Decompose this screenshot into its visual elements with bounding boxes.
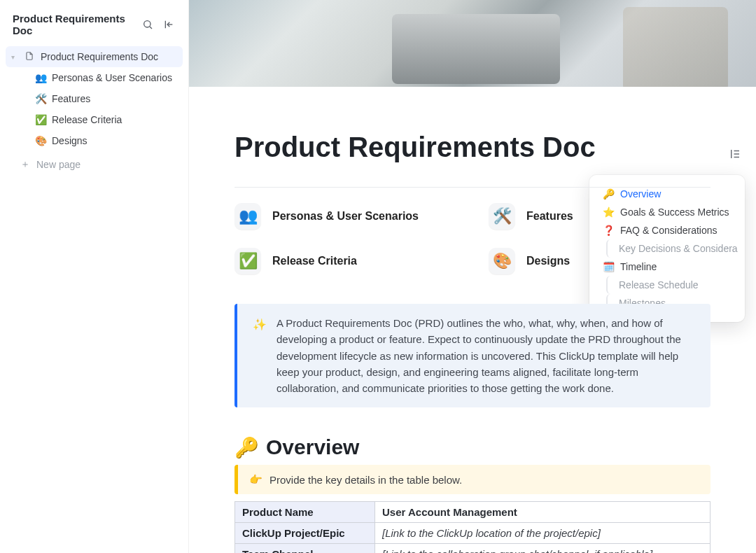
tree-item-release-criteria[interactable]: ✅ Release Criteria xyxy=(6,109,183,130)
tree-item-label: Designs xyxy=(52,135,88,146)
table-key[interactable]: Team Channel xyxy=(235,544,375,553)
tree-item-label: Personas & User Scenarios xyxy=(52,72,172,83)
subpage-cards: 👥 Personas & User Scenarios 🛠️ Features … xyxy=(234,203,710,274)
document-body: Product Requirements Doc 👥 Personas & Us… xyxy=(220,87,724,553)
section-heading-overview[interactable]: 🔑 Overview xyxy=(234,435,710,459)
personas-icon: 👥 xyxy=(234,203,261,230)
collapse-sidebar-icon[interactable] xyxy=(160,16,177,33)
table-row: ClickUp Project/Epic [Link to the ClickU… xyxy=(235,523,710,544)
card-release-criteria[interactable]: ✅ Release Criteria xyxy=(234,248,456,274)
card-label: Designs xyxy=(526,255,570,267)
designs-icon: 🎨 xyxy=(489,248,515,274)
new-page-label: New page xyxy=(36,159,80,170)
outline-toggle-icon[interactable] xyxy=(725,144,745,164)
table-value[interactable]: [Link to the collaboration group chat/ch… xyxy=(375,544,710,553)
overview-table[interactable]: Product Name User Account Management Cli… xyxy=(234,501,710,553)
card-label: Personas & User Scenarios xyxy=(272,210,419,223)
card-label: Features xyxy=(526,210,573,223)
divider xyxy=(234,187,710,188)
search-icon[interactable] xyxy=(139,16,156,33)
release-icon: ✅ xyxy=(34,114,48,125)
sidebar: Product Requirements Doc ▾ Product Requi… xyxy=(0,0,189,553)
intro-callout[interactable]: ✨ A Product Requirements Doc (PRD) outli… xyxy=(234,304,710,407)
table-row: Product Name User Account Management xyxy=(235,502,710,523)
card-personas[interactable]: 👥 Personas & User Scenarios xyxy=(234,203,456,230)
callout-text: A Product Requirements Doc (PRD) outline… xyxy=(276,315,695,396)
table-value[interactable]: User Account Management xyxy=(375,502,710,523)
point-right-icon: 👉 xyxy=(249,473,262,486)
tree-item-designs[interactable]: 🎨 Designs xyxy=(6,130,183,151)
tree-item-label: Features xyxy=(52,93,90,104)
table-key[interactable]: Product Name xyxy=(235,502,375,523)
page-tree: ▾ Product Requirements Doc 👥 Personas & … xyxy=(0,45,188,176)
key-icon: 🔑 xyxy=(234,436,259,459)
table-key[interactable]: ClickUp Project/Epic xyxy=(235,523,375,544)
caret-down-icon[interactable]: ▾ xyxy=(11,53,21,61)
page-title[interactable]: Product Requirements Doc xyxy=(234,132,710,163)
table-row: Team Channel [Link to the collaboration … xyxy=(235,544,710,553)
tree-root-item[interactable]: ▾ Product Requirements Doc xyxy=(6,46,183,67)
overview-tip-text: Provide the key details in the table bel… xyxy=(270,474,462,486)
sidebar-header: Product Requirements Doc xyxy=(0,0,188,45)
designs-icon: 🎨 xyxy=(34,135,48,146)
tree-item-label: Release Criteria xyxy=(52,114,122,125)
sidebar-title: Product Requirements Doc xyxy=(13,13,135,36)
card-features[interactable]: 🛠️ Features xyxy=(489,203,710,230)
features-icon: 🛠️ xyxy=(34,93,48,104)
overview-tip[interactable]: 👉 Provide the key details in the table b… xyxy=(234,465,710,494)
new-page-button[interactable]: ＋ New page xyxy=(6,154,183,175)
features-icon: 🛠️ xyxy=(489,203,515,230)
cover-image[interactable] xyxy=(189,0,756,87)
plus-icon: ＋ xyxy=(18,158,32,171)
release-icon: ✅ xyxy=(234,248,261,274)
tree-item-personas[interactable]: 👥 Personas & User Scenarios xyxy=(6,67,183,88)
tree-root-label: Product Requirements Doc xyxy=(41,51,158,62)
section-heading-label: Overview xyxy=(266,435,359,459)
personas-icon: 👥 xyxy=(34,72,48,83)
sparkle-icon: ✨ xyxy=(253,315,267,396)
svg-point-0 xyxy=(144,21,150,27)
document-icon xyxy=(22,51,36,63)
table-value[interactable]: [Link to the ClickUp location of the pro… xyxy=(375,523,710,544)
card-designs[interactable]: 🎨 Designs xyxy=(489,248,710,274)
card-label: Release Criteria xyxy=(272,255,357,267)
main-content: 🔑 Overview ⭐ Goals & Success Metrics ❓ F… xyxy=(189,0,756,553)
svg-line-1 xyxy=(150,27,152,29)
tree-item-features[interactable]: 🛠️ Features xyxy=(6,88,183,109)
